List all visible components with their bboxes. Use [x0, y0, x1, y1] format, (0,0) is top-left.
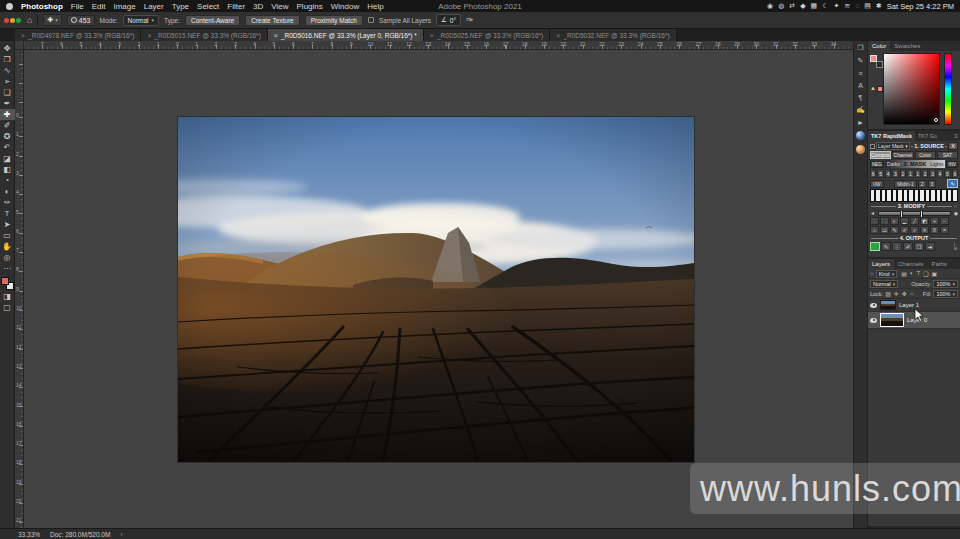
app-menu[interactable]: Photoshop — [21, 2, 63, 11]
paint-mask-icon[interactable]: ✐ — [900, 226, 909, 234]
mode-select[interactable]: Normal ▾ — [123, 15, 159, 26]
menu-item[interactable]: Image — [113, 2, 135, 11]
mask-picker-button[interactable]: ✎ — [947, 179, 958, 188]
zoom-window-button[interactable] — [16, 18, 21, 23]
reset-icon[interactable]: ○ — [954, 203, 957, 209]
panel-tab[interactable]: Swatches — [890, 41, 924, 51]
move-tool[interactable]: ✥ — [0, 43, 15, 54]
document-canvas[interactable] — [178, 117, 694, 462]
history-brush-tool[interactable]: ↶ — [0, 142, 15, 153]
menu-item[interactable]: Window — [331, 2, 359, 11]
luminance-zone-strip[interactable] — [870, 189, 958, 202]
zone-button[interactable]: 3 — [929, 169, 935, 178]
layer-thumbnail[interactable] — [880, 313, 904, 327]
document-tab[interactable]: × _R0D5025.NEF @ 33.3% (RGB/16*) — [424, 29, 550, 41]
lasso-tool[interactable]: ∿ — [0, 65, 15, 76]
color-picker-dot[interactable] — [934, 118, 938, 122]
wifi-icon[interactable]: ≋ — [844, 2, 850, 10]
mask-black-swatch[interactable] — [870, 217, 879, 225]
menu-item[interactable]: View — [271, 2, 288, 11]
midtone-3-button[interactable]: 3 — [928, 180, 937, 188]
source-button[interactable]: Color — [915, 151, 936, 159]
fill-select[interactable]: 100% ▾ — [933, 290, 958, 298]
brush-tool[interactable]: ✐ — [0, 120, 15, 131]
filter-smart-object-icon[interactable]: ▣ — [932, 270, 938, 277]
foreground-color-swatch[interactable] — [870, 55, 877, 62]
output-brush-icon[interactable]: ✎ — [881, 242, 891, 251]
tab-close-icon[interactable]: × — [556, 32, 560, 39]
rapidmask-output-swatch[interactable] — [870, 242, 880, 251]
hue-slider[interactable] — [944, 53, 952, 125]
object-selection-tool[interactable]: ➢ — [0, 76, 15, 87]
lights-button[interactable]: Lights — [930, 161, 943, 167]
menu-item[interactable]: Filter — [227, 2, 245, 11]
zone-button[interactable]: 1 — [907, 169, 913, 178]
zone-button[interactable]: 6 — [870, 169, 876, 178]
source-dropdown[interactable]: Layer Mask ▾ — [876, 142, 910, 150]
zone-button[interactable]: 2 — [922, 169, 928, 178]
document-tab[interactable]: × _R0D4978.NEF @ 33.3% (RGB/16*) — [15, 29, 141, 41]
screen-record-icon[interactable]: ◉ — [767, 2, 773, 10]
neg-button[interactable]: NEG — [870, 161, 884, 168]
tool-preset-picker[interactable]: ✚ ▾ — [43, 14, 61, 26]
screen-mode-button[interactable]: ▢ — [0, 302, 15, 313]
adjustments-panel-icon[interactable]: ≡ — [853, 70, 868, 77]
siri-icon[interactable]: ✱ — [876, 2, 882, 10]
quick-mask-button[interactable]: ◨ — [0, 291, 15, 302]
output-options-icon[interactable]: ⋮ — [892, 242, 902, 251]
gradient-tool[interactable]: ◧ — [0, 164, 15, 175]
horizontal-ruler[interactable]: 8765432101234567891011121314151617181920… — [15, 41, 853, 50]
zoom-tool[interactable]: ◎ — [0, 252, 15, 263]
menu-item[interactable]: 3D — [253, 2, 263, 11]
source-button[interactable]: Channel — [892, 151, 913, 159]
tab-tk7-rapidmask[interactable]: TK7 RapidMask — [868, 131, 915, 141]
spot-healing-brush-tool[interactable]: ✚ — [0, 109, 15, 120]
zone-button[interactable]: 4 — [937, 169, 943, 178]
saturation-brightness-picker[interactable] — [883, 53, 940, 125]
levels-icon[interactable]: ▁ — [900, 217, 909, 225]
invert-mask-icon[interactable]: ◐ — [890, 217, 899, 225]
apple-menu-icon[interactable] — [6, 3, 13, 10]
close-window-button[interactable] — [4, 18, 9, 23]
type-tool[interactable]: T — [0, 208, 15, 219]
foreground-color-swatch[interactable] — [1, 277, 9, 285]
document-tab[interactable]: × _R0D5032.NEF @ 33.3% (RGB/16*) — [550, 29, 676, 41]
output-paint-icon[interactable]: ✐ — [903, 242, 913, 251]
zone-button[interactable]: 2 — [900, 169, 906, 178]
lock-position-icon[interactable]: ✥ — [902, 290, 907, 297]
browser-icon[interactable]: ◍ — [778, 2, 784, 10]
menu-item[interactable]: Select — [197, 2, 219, 11]
curves-icon[interactable]: ╱ — [910, 217, 919, 225]
layer-visibility-eye[interactable] — [870, 318, 877, 323]
layer-thumbnail[interactable] — [880, 300, 896, 310]
minimize-window-button[interactable] — [10, 18, 15, 23]
source-button[interactable]: SAT — [937, 151, 958, 159]
slider-handle[interactable] — [920, 210, 923, 218]
tab-close-icon[interactable]: × — [21, 32, 25, 39]
layer-visibility-eye[interactable] — [870, 303, 877, 308]
slider-right-icon[interactable]: ◉ — [954, 210, 958, 216]
contrast-icon[interactable]: ◩ — [920, 217, 929, 225]
control-center-icon[interactable]: ▤ — [864, 2, 871, 10]
lock-all-icon[interactable]: ⌂ — [910, 290, 914, 297]
filter-pixel-icon[interactable]: ▤ — [901, 270, 907, 277]
character-panel-icon[interactable]: A — [853, 82, 868, 89]
glyphs-panel-icon[interactable]: ✍ — [853, 106, 868, 114]
keyboard-icon[interactable]: ▦ — [811, 2, 818, 10]
filter-kind-select[interactable]: Kind ▾ — [876, 270, 898, 278]
clone-stamp-tool[interactable]: ✪ — [0, 131, 15, 142]
blend-mode-select[interactable]: Normal ▾ — [870, 280, 898, 288]
output-apply-icon[interactable]: ➜ — [925, 242, 935, 251]
eyedropper-tool[interactable]: ✒ — [0, 98, 15, 109]
midtone-2-button[interactable]: 2 — [918, 180, 927, 188]
layer-name[interactable]: Layer 1 — [899, 302, 919, 308]
menu-item[interactable]: Type — [172, 2, 189, 11]
darks-button[interactable]: Darks — [887, 161, 900, 167]
panel-tab[interactable]: Channels — [894, 259, 927, 269]
crop-tool[interactable]: ❏ — [0, 87, 15, 98]
brush-settings-panel-icon[interactable]: ✎ — [853, 57, 868, 65]
shape-tool[interactable]: ▭ — [0, 230, 15, 241]
close-source-button[interactable]: X — [948, 142, 958, 150]
zone-button[interactable]: 6 — [952, 169, 958, 178]
sample-all-layers-checkbox[interactable] — [368, 17, 374, 23]
